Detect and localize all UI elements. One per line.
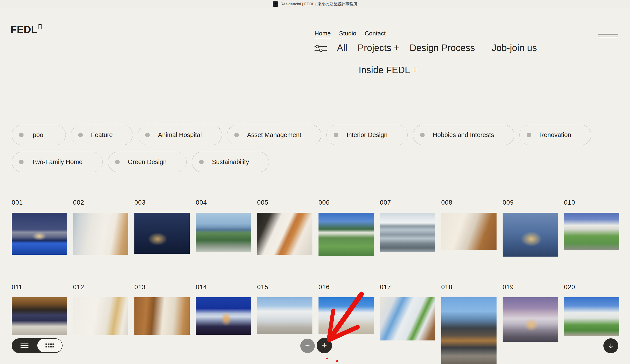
pill-dot-icon xyxy=(115,160,120,164)
pill-label: Green Design xyxy=(120,159,175,166)
project-number: 015 xyxy=(257,284,312,290)
project-item-009: 009 xyxy=(502,199,558,257)
project-thumbnail[interactable] xyxy=(257,213,312,255)
pill-label: Sustainability xyxy=(204,159,257,166)
project-number: 010 xyxy=(564,199,619,206)
filter-sliders-icon[interactable] xyxy=(314,44,327,52)
project-thumbnail[interactable] xyxy=(441,297,496,364)
project-number: 008 xyxy=(441,199,496,206)
grid-view-button[interactable] xyxy=(37,338,62,353)
project-thumbnail[interactable] xyxy=(257,297,312,334)
pill-label: Feature xyxy=(83,131,121,139)
list-view-button[interactable] xyxy=(12,338,37,353)
pill-label: pool xyxy=(24,131,54,139)
projects-nav-link[interactable]: Design Process xyxy=(410,43,475,53)
project-item-012: 012 xyxy=(73,284,128,335)
project-thumbnail[interactable] xyxy=(564,213,619,250)
projects-nav-link[interactable]: All xyxy=(337,43,347,53)
nav-link[interactable]: Home xyxy=(314,30,331,39)
arrow-down-icon xyxy=(608,343,614,349)
grid-decrease-button[interactable]: − xyxy=(300,339,315,353)
list-icon xyxy=(20,344,28,344)
filter-pill[interactable]: Interior Design xyxy=(326,125,408,145)
project-number: 011 xyxy=(12,284,67,290)
project-thumbnail[interactable] xyxy=(318,213,374,256)
project-number: 006 xyxy=(318,199,374,206)
pill-dot-icon xyxy=(78,133,83,137)
filter-pill[interactable]: Sustainability xyxy=(192,152,269,172)
scroll-down-button[interactable] xyxy=(604,338,618,353)
project-number: 020 xyxy=(564,284,619,290)
project-item-006: 006 xyxy=(318,199,374,256)
project-thumbnail[interactable] xyxy=(73,213,128,255)
project-thumbnail[interactable] xyxy=(441,213,496,250)
projects-nav-link[interactable]: Inside FEDL + xyxy=(359,65,418,75)
project-number: 004 xyxy=(196,199,251,206)
project-thumbnail[interactable] xyxy=(564,297,619,336)
pill-label: Asset Management xyxy=(239,131,310,139)
project-item-004: 004 xyxy=(196,199,251,252)
project-item-003: 003 xyxy=(134,199,190,254)
project-item-017: 017 xyxy=(380,284,435,341)
project-number: 009 xyxy=(502,199,558,206)
project-number: 014 xyxy=(196,284,251,290)
filter-pill[interactable]: Renovation xyxy=(520,125,592,145)
projects-nav-row1: AllProjects +Design ProcessJob-join us xyxy=(337,43,537,53)
projects-nav-link[interactable]: Projects + xyxy=(358,43,399,53)
nav-link[interactable]: Studio xyxy=(339,30,356,39)
project-item-010: 010 xyxy=(564,199,619,250)
favicon: F xyxy=(273,1,278,7)
project-thumbnail[interactable] xyxy=(502,297,558,342)
pill-dot-icon xyxy=(334,133,338,137)
project-thumbnail[interactable] xyxy=(318,297,374,334)
project-item-005: 005 xyxy=(257,199,312,255)
logo[interactable]: FEDL xyxy=(10,24,42,35)
grid-icon xyxy=(46,344,54,348)
project-thumbnail[interactable] xyxy=(73,297,128,335)
project-number: 018 xyxy=(441,284,496,290)
filter-pill[interactable]: Hobbies and Interests xyxy=(413,125,514,145)
project-item-014: 014 xyxy=(196,284,251,335)
filter-pill[interactable]: Two-Family Home xyxy=(12,152,103,172)
pill-dot-icon xyxy=(145,133,150,137)
project-item-016: 016 xyxy=(318,284,374,334)
page: F Residencial | FEDL | 東京の建築設計事務所 FEDL H… xyxy=(0,0,630,364)
projects-nav: AllProjects +Design ProcessJob-join us I… xyxy=(314,43,537,75)
tab-title: Residencial | FEDL | 東京の建築設計事務所 xyxy=(280,1,357,7)
project-thumbnail[interactable] xyxy=(134,297,190,335)
projects-nav-row2: Inside FEDL + xyxy=(359,65,418,75)
project-number: 017 xyxy=(380,284,435,290)
filter-pill[interactable]: Asset Management xyxy=(227,125,322,145)
project-thumbnail[interactable] xyxy=(134,213,190,254)
pill-dot-icon xyxy=(527,133,531,137)
projects-nav-link[interactable]: Job-join us xyxy=(492,43,537,53)
menu-icon[interactable] xyxy=(598,34,618,39)
grid-increase-button[interactable]: + xyxy=(317,338,332,353)
category-filters: pool Feature Animal Hospital Asset Manag… xyxy=(12,125,619,172)
nav-link[interactable]: Contact xyxy=(365,30,386,39)
filter-pill[interactable]: pool xyxy=(12,125,66,145)
project-thumbnail[interactable] xyxy=(196,213,251,252)
project-number: 016 xyxy=(318,284,374,290)
pill-label: Two-Family Home xyxy=(24,159,91,166)
project-item-002: 002 xyxy=(73,199,128,255)
project-thumbnail[interactable] xyxy=(502,213,558,257)
project-number: 013 xyxy=(134,284,190,290)
project-number: 001 xyxy=(12,199,67,206)
logo-text: FEDL xyxy=(10,24,37,35)
project-number: 005 xyxy=(257,199,312,206)
project-item-011: 011 xyxy=(12,284,67,335)
filter-pill[interactable]: Green Design xyxy=(108,152,187,172)
project-item-013: 013 xyxy=(134,284,190,335)
filter-pill[interactable]: Feature xyxy=(71,125,133,145)
project-thumbnail[interactable] xyxy=(380,297,435,341)
project-thumbnail[interactable] xyxy=(12,213,67,255)
project-item-020: 020 xyxy=(564,284,619,336)
project-thumbnail[interactable] xyxy=(12,297,67,335)
filter-pill[interactable]: Animal Hospital xyxy=(138,125,222,145)
pill-dot-icon xyxy=(234,133,239,137)
project-thumbnail[interactable] xyxy=(380,213,435,252)
project-thumbnail[interactable] xyxy=(196,297,251,335)
pill-label: Animal Hospital xyxy=(150,131,210,139)
project-item-018: 018 xyxy=(441,284,496,364)
